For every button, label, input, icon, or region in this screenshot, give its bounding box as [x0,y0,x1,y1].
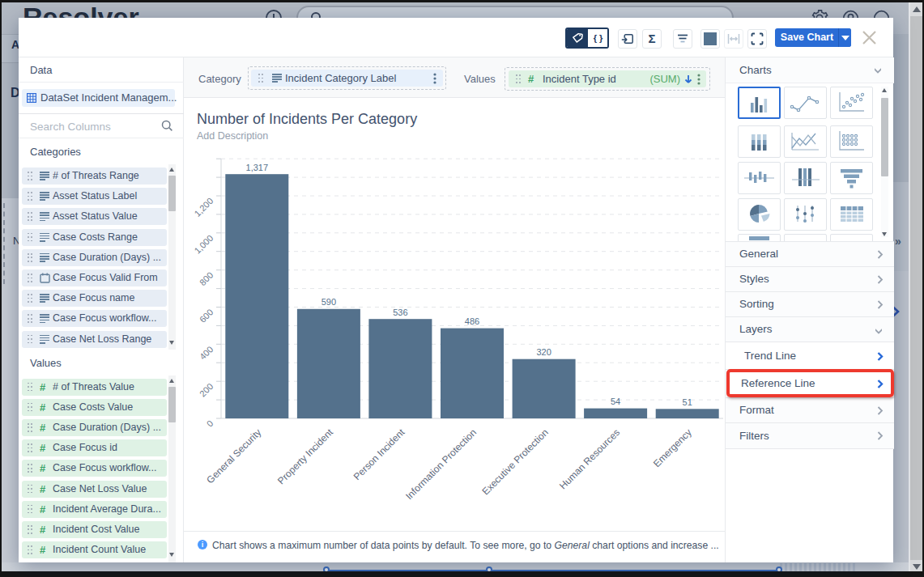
svg-text:600: 600 [198,307,215,324]
svg-text:1,317: 1,317 [246,163,269,172]
svg-text:536: 536 [393,308,407,317]
svg-text:486: 486 [465,316,479,326]
svg-text:0: 0 [205,418,215,429]
svg-text:54: 54 [611,397,620,406]
svg-text:Information Protection: Information Protection [403,426,479,502]
svg-text:Person Incident: Person Incident [351,426,407,482]
svg-text:590: 590 [321,297,336,307]
svg-text:Executive Protection: Executive Protection [479,426,550,497]
svg-text:400: 400 [198,344,215,361]
svg-text:1,200: 1,200 [192,196,215,218]
svg-text:800: 800 [198,270,215,287]
svg-text:Property Incident: Property Incident [275,426,336,487]
svg-text:General Security: General Security [204,426,263,486]
svg-text:51: 51 [683,397,692,407]
svg-text:1,000: 1,000 [192,233,215,256]
svg-text:Human Resources: Human Resources [557,426,622,491]
svg-text:200: 200 [198,381,215,398]
svg-text:320: 320 [536,347,551,357]
svg-text:Emergency: Emergency [651,426,694,469]
